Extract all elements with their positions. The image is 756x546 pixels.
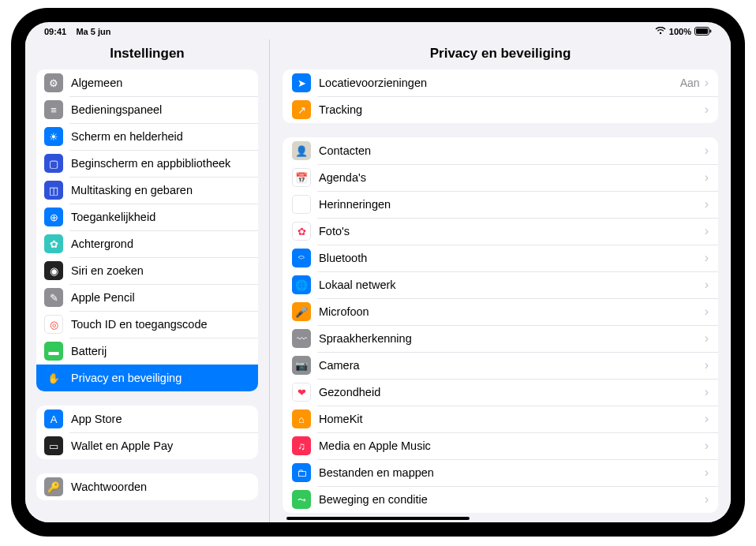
sidebar-item-touchid[interactable]: ◎Touch ID en toegangscode: [36, 311, 258, 338]
device-frame: 09:41 Ma 5 jun 100% Instellingen ⚙︎Algem…: [11, 8, 745, 537]
chevron-right-icon: ›: [705, 144, 709, 158]
main-item-label: Camera: [319, 359, 705, 372]
status-time: 09:41: [44, 27, 66, 36]
status-right: 100%: [655, 27, 712, 37]
multitask-icon: ◫: [44, 181, 63, 200]
sidebar-item-label: Beginscherm en appbibliotheek: [71, 157, 250, 170]
main-item-agenda[interactable]: 📅Agenda's›: [283, 164, 718, 191]
main-item-label: HomeKit: [319, 413, 705, 425]
homekit-icon: ⌂: [292, 410, 311, 428]
main-item-label: Agenda's: [319, 171, 705, 184]
pencil-icon: ✎: [44, 288, 63, 307]
sidebar: Instellingen ⚙︎Algemeen≡Bedieningspaneel…: [25, 39, 270, 522]
sidebar-item-label: App Store: [71, 413, 250, 425]
sidebar-item-accessibility[interactable]: ⊕Toegankelijkheid: [36, 204, 258, 230]
sidebar-item-siri[interactable]: ◉Siri en zoeken: [36, 257, 258, 284]
main-item-mic[interactable]: 🎤Microfoon›: [283, 298, 718, 325]
sidebar-item-label: Privacy en beveiliging: [71, 372, 250, 384]
chevron-right-icon: ›: [705, 385, 709, 399]
main-item-files[interactable]: 🗀Bestanden en mappen›: [283, 459, 718, 486]
main-item-contacts[interactable]: 👤Contacten›: [283, 137, 718, 164]
main-item-location[interactable]: ➤LocatievoorzieningenAan›: [283, 69, 718, 96]
main-item-label: Media en Apple Music: [319, 439, 705, 452]
chevron-right-icon: ›: [705, 251, 709, 265]
main-scroll[interactable]: ➤LocatievoorzieningenAan›↗︎Tracking›👤Con…: [270, 69, 731, 522]
chevron-right-icon: ›: [705, 224, 709, 238]
sidebar-item-battery[interactable]: ▬Batterij: [36, 338, 258, 365]
sidebar-item-control[interactable]: ≡Bedieningspaneel: [36, 96, 258, 123]
home-indicator[interactable]: [286, 517, 470, 520]
sidebar-group: AApp Store▭Wallet en Apple Pay: [36, 406, 258, 459]
media-icon: ♫: [292, 436, 311, 455]
appstore-icon: A: [44, 410, 63, 428]
svg-rect-1: [696, 28, 708, 34]
main-item-photos[interactable]: ✿Foto's›: [283, 218, 718, 245]
main-item-motion[interactable]: ⤳Beweging en conditie›: [283, 486, 718, 513]
chevron-right-icon: ›: [705, 439, 709, 453]
main-item-localnet[interactable]: 🌐Lokaal netwerk›: [283, 271, 718, 298]
svg-rect-2: [710, 29, 712, 32]
chevron-right-icon: ›: [705, 305, 709, 319]
sidebar-item-label: Wallet en Apple Pay: [71, 439, 250, 452]
sidebar-item-label: Achtergrond: [71, 237, 250, 250]
privacy-icon: ✋: [44, 368, 63, 387]
sidebar-item-label: Multitasking en gebaren: [71, 184, 250, 196]
main-group: 👤Contacten›📅Agenda's›☑︎Herinneringen›✿Fo…: [283, 137, 718, 513]
main-item-speech[interactable]: 〰︎Spraakherkenning›: [283, 325, 718, 352]
chevron-right-icon: ›: [705, 492, 709, 507]
sidebar-item-label: Touch ID en toegangscode: [71, 318, 250, 331]
location-icon: ➤: [292, 73, 311, 92]
sidebar-item-home[interactable]: ▢Beginscherm en appbibliotheek: [36, 150, 258, 177]
sidebar-item-label: Wachtwoorden: [71, 481, 250, 493]
sidebar-scroll[interactable]: ⚙︎Algemeen≡Bedieningspaneel☀︎Scherm en h…: [25, 69, 269, 522]
main-item-homekit[interactable]: ⌂HomeKit›: [283, 406, 718, 432]
main-item-tracking[interactable]: ↗︎Tracking›: [283, 96, 718, 123]
sidebar-item-multitask[interactable]: ◫Multitasking en gebaren: [36, 177, 258, 204]
files-icon: 🗀: [292, 463, 311, 482]
sidebar-item-pencil[interactable]: ✎Apple Pencil: [36, 284, 258, 311]
battery-icon: [694, 27, 712, 37]
health-icon: ❤︎: [292, 383, 311, 402]
battery-percent: 100%: [669, 27, 691, 36]
sidebar-item-appstore[interactable]: AApp Store: [36, 406, 258, 432]
sidebar-item-wallpaper[interactable]: ✿Achtergrond: [36, 230, 258, 257]
motion-icon: ⤳: [292, 490, 311, 509]
main-item-media[interactable]: ♫Media en Apple Music›: [283, 432, 718, 459]
chevron-right-icon: ›: [705, 278, 709, 292]
sidebar-item-passwords[interactable]: 🔑Wachtwoorden: [36, 473, 258, 500]
home-icon: ▢: [44, 154, 63, 173]
main-item-camera[interactable]: 📷Camera›: [283, 352, 718, 379]
speech-icon: 〰︎: [292, 329, 311, 348]
main-item-health[interactable]: ❤︎Gezondheid›: [283, 379, 718, 406]
control-icon: ≡: [44, 100, 63, 119]
main-item-label: Locatievoorzieningen: [319, 77, 680, 89]
reminders-icon: ☑︎: [292, 195, 311, 214]
main-item-bluetooth[interactable]: ⌔Bluetooth›: [283, 245, 718, 271]
status-left: 09:41 Ma 5 jun: [44, 27, 110, 36]
sidebar-item-label: Algemeen: [71, 77, 250, 89]
agenda-icon: 📅: [292, 168, 311, 187]
sidebar-item-label: Toegankelijkheid: [71, 211, 250, 223]
main-item-value: Aan: [680, 77, 700, 89]
passwords-icon: 🔑: [44, 477, 63, 496]
sidebar-item-label: Siri en zoeken: [71, 264, 250, 277]
display-icon: ☀︎: [44, 127, 63, 146]
general-icon: ⚙︎: [44, 73, 63, 92]
main-item-reminders[interactable]: ☑︎Herinneringen›: [283, 191, 718, 218]
sidebar-item-label: Bedieningspaneel: [71, 103, 250, 116]
bluetooth-icon: ⌔: [292, 249, 311, 267]
mic-icon: 🎤: [292, 302, 311, 321]
chevron-right-icon: ›: [705, 412, 709, 426]
main-item-label: Contacten: [319, 144, 705, 157]
chevron-right-icon: ›: [705, 466, 709, 480]
status-date: Ma 5 jun: [76, 27, 110, 36]
main-item-label: Bestanden en mappen: [319, 466, 705, 479]
wallpaper-icon: ✿: [44, 234, 63, 253]
chevron-right-icon: ›: [705, 76, 709, 90]
siri-icon: ◉: [44, 261, 63, 280]
sidebar-item-general[interactable]: ⚙︎Algemeen: [36, 69, 258, 96]
sidebar-item-wallet[interactable]: ▭Wallet en Apple Pay: [36, 432, 258, 459]
sidebar-item-privacy[interactable]: ✋Privacy en beveiliging: [36, 365, 258, 391]
main-item-label: Gezondheid: [319, 386, 705, 398]
sidebar-item-display[interactable]: ☀︎Scherm en helderheid: [36, 123, 258, 150]
